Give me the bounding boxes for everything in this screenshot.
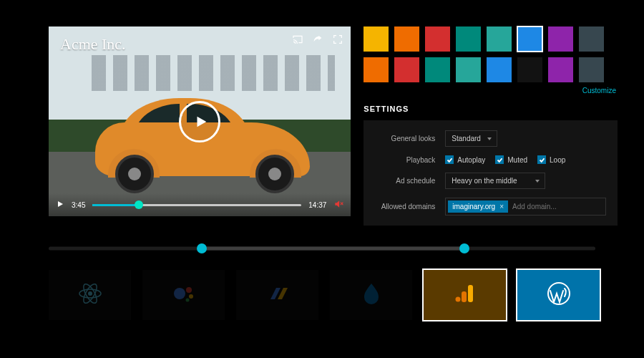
remove-domain-icon[interactable]: × (499, 203, 504, 211)
checkbox-autoplay[interactable]: Autoplay (445, 155, 485, 164)
color-swatch[interactable] (394, 57, 419, 82)
volume-muted-icon[interactable] (333, 199, 343, 211)
brand-watermark: Acme Inc. (60, 35, 126, 54)
color-swatch[interactable] (548, 26, 573, 52)
playback-label: Playback (375, 156, 445, 164)
current-time: 3:45 (72, 201, 85, 209)
customize-link[interactable]: Customize (364, 87, 618, 95)
color-swatch[interactable] (394, 26, 419, 52)
integration-card-wordpress[interactable] (517, 270, 600, 320)
range-slider[interactable] (49, 241, 595, 256)
svg-point-2 (88, 291, 92, 296)
svg-rect-11 (462, 291, 467, 302)
color-swatch[interactable] (456, 57, 481, 82)
color-swatch[interactable] (579, 57, 604, 82)
checkbox-label: Loop (550, 156, 565, 164)
color-swatch[interactable] (425, 26, 450, 52)
color-swatch[interactable] (364, 26, 389, 52)
checkbox-label: Muted (507, 156, 527, 164)
player-controls: 3:45 14:37 (49, 193, 351, 216)
google-analytics-icon (451, 279, 479, 311)
color-swatch[interactable] (579, 26, 604, 52)
svg-point-7 (186, 287, 192, 293)
range-knob-right[interactable] (459, 243, 469, 253)
checkbox-muted[interactable]: Muted (495, 155, 527, 164)
checkbox-loop[interactable]: Loop (537, 155, 565, 164)
settings-panel: SETTINGS General looks Standard Playback… (364, 105, 618, 226)
play-button[interactable] (179, 101, 220, 142)
ad-schedule-label: Ad schedule (375, 177, 445, 185)
integration-card-google-assistant[interactable] (142, 270, 225, 320)
general-looks-select[interactable]: Standard (445, 130, 497, 147)
checkbox-icon (445, 155, 454, 164)
adsense-icon (263, 279, 292, 311)
color-swatch[interactable] (456, 26, 481, 52)
integration-card-adsense[interactable] (236, 270, 318, 320)
color-swatch[interactable] (487, 57, 512, 82)
duration: 14:37 (308, 201, 326, 209)
svg-point-6 (174, 288, 185, 299)
svg-point-8 (189, 294, 193, 299)
add-domain-input[interactable] (512, 203, 603, 211)
checkbox-icon (537, 155, 546, 164)
integration-card-drupal[interactable] (330, 270, 412, 320)
color-palette (364, 26, 618, 82)
settings-title: SETTINGS (364, 105, 618, 113)
general-looks-label: General looks (375, 135, 445, 142)
play-small-icon[interactable] (56, 200, 64, 210)
color-swatch[interactable] (517, 57, 542, 82)
integration-card-row (0, 256, 644, 320)
checkbox-label: Autoplay (457, 156, 485, 164)
ad-schedule-select[interactable]: Heavy on the middle (445, 173, 545, 189)
integration-card-google-analytics[interactable] (424, 270, 506, 320)
allowed-domains-field[interactable]: imaginary.org × (445, 198, 606, 216)
progress-knob[interactable] (135, 200, 143, 209)
svg-rect-10 (468, 285, 473, 302)
drupal-icon (357, 279, 386, 311)
svg-point-9 (185, 299, 189, 302)
google-assistant-icon (170, 279, 198, 311)
color-swatch[interactable] (364, 57, 389, 82)
wordpress-icon (545, 279, 573, 311)
integration-card-react[interactable] (49, 270, 131, 320)
fullscreen-icon[interactable] (332, 34, 343, 45)
react-icon (76, 279, 104, 311)
checkbox-icon (495, 155, 504, 164)
color-swatch[interactable] (517, 26, 542, 52)
video-player[interactable]: Acme Inc. 3:45 14:37 (49, 26, 351, 216)
share-icon[interactable] (312, 34, 323, 45)
color-swatch[interactable] (548, 57, 573, 82)
svg-point-12 (455, 297, 460, 302)
domain-tag[interactable]: imaginary.org × (448, 200, 508, 213)
color-swatch[interactable] (425, 57, 450, 82)
allowed-domains-label: Allowed domains (375, 203, 445, 211)
cast-icon[interactable] (292, 34, 303, 45)
range-knob-left[interactable] (197, 243, 207, 253)
color-swatch[interactable] (487, 26, 512, 52)
progress-bar[interactable] (92, 204, 301, 206)
